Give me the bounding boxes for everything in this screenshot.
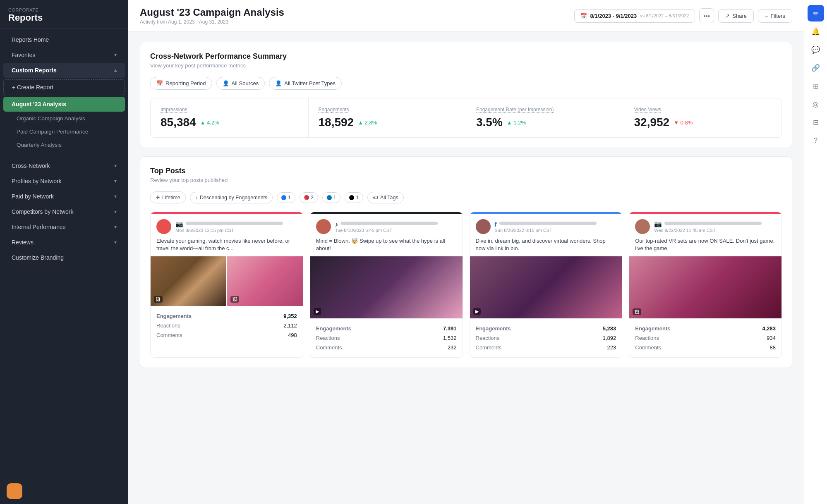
sidebar-item-cross-network[interactable]: Cross-Network ▾: [3, 158, 125, 173]
post-stat-row: Comments 88: [635, 343, 776, 352]
sidebar-item-quarterly[interactable]: Quarterly Analysis: [3, 139, 125, 151]
post-header: 📷 Mon 8/6/2023 12:15 pm CST: [151, 214, 303, 237]
target-button[interactable]: ◎: [808, 96, 824, 112]
sidebar-item-favorites[interactable]: Favorites ▾: [3, 48, 125, 62]
comments-label: Comments: [316, 344, 342, 351]
sidebar-item-reviews[interactable]: Reviews ▾: [3, 235, 125, 250]
comments-label: Comments: [635, 344, 661, 351]
engagements-metric: Engagements 18,592 ▲ 2.8%: [309, 98, 466, 137]
performance-summary-title: Cross-Network Performance Summary: [150, 52, 782, 61]
sidebar: Corporate Reports Reports Home Favorites…: [0, 0, 128, 504]
post-card: 📷 Wed 8/22/2022 11:45 am CST Our top-rat…: [629, 212, 782, 358]
content-scroll[interactable]: Cross-Network Performance Summary View y…: [128, 32, 804, 504]
date-range-button[interactable]: 📅 8/1/2023 - 9/1/2023 vs 8/1/2022 – 8/31…: [574, 9, 695, 23]
engagement-rate-metric: Engagement Rate (per Impression) 3.5% ▲ …: [466, 98, 624, 137]
instagram-icon: 📷: [175, 220, 183, 228]
video-views-label: Video Views: [634, 107, 772, 112]
engagements-label: Engagements: [476, 325, 511, 332]
post-image: ▶: [470, 256, 622, 318]
filter-label: All Sources: [232, 80, 259, 86]
avatar: [635, 219, 650, 234]
post-image: 🖼: [151, 256, 226, 306]
sidebar-item-internal-performance[interactable]: Internal Performance ▾: [3, 220, 125, 234]
reactions-label: Reactions: [316, 335, 340, 341]
sidebar-item-reports-home[interactable]: Reports Home: [3, 32, 125, 47]
image-icon: 🖼: [633, 308, 641, 315]
header-title-group: August '23 Campaign Analysis Activity fr…: [140, 7, 284, 25]
sidebar-item-label: Organic Campaign Analysis: [17, 115, 85, 122]
all-tags-filter[interactable]: 🏷 All Tags: [367, 192, 404, 203]
sidebar-item-profiles-by-network[interactable]: Profiles by Network ▾: [3, 174, 125, 189]
sidebar-item-custom-reports[interactable]: Custom Reports ▴: [3, 63, 125, 78]
tiktok-network-filter[interactable]: 1: [345, 192, 363, 203]
sidebar-item-paid-by-network[interactable]: Paid by Network ▾: [3, 189, 125, 204]
share-button[interactable]: ↗ Share: [718, 9, 754, 23]
more-options-button[interactable]: •••: [699, 8, 714, 23]
user-avatar[interactable]: [7, 483, 22, 499]
sidebar-item-organic-campaign[interactable]: Organic Campaign Analysis: [3, 112, 125, 125]
twitter-post-types-filter[interactable]: 👤 All Twitter Post Types: [269, 77, 342, 90]
tiktok-dot: [349, 195, 354, 200]
impressions-metric: Impressions 85,384 ▲ 4.2%: [151, 98, 308, 137]
engagements-value: 9,352: [283, 313, 297, 319]
calendar-icon: 📅: [156, 80, 163, 86]
help-button[interactable]: ?: [808, 132, 824, 149]
linkedin-network-filter[interactable]: 1: [322, 192, 341, 203]
sort-filter[interactable]: ↓ Descending by Engagements: [190, 192, 273, 203]
post-meta: 📷 Wed 8/22/2022 11:45 am CST: [654, 220, 776, 233]
instagram-icon: 📷: [654, 220, 662, 228]
post-card: ♪ Tue 8/18/2023 6:45 pm CST Mind = Blown…: [310, 212, 463, 358]
sidebar-item-label: Paid Campaign Performance: [17, 129, 88, 135]
network-count: 1: [356, 195, 359, 201]
add-button[interactable]: ⊞: [808, 78, 824, 94]
edit-button[interactable]: ✏: [808, 5, 824, 21]
reporting-period-filter[interactable]: 📅 Reporting Period: [150, 77, 212, 90]
instagram-dot: [304, 195, 309, 200]
sidebar-item-competitors-by-network[interactable]: Competitors by Network ▾: [3, 204, 125, 219]
lifetime-filter[interactable]: ✈ Lifetime: [150, 191, 186, 203]
post-header: f Sun 8/26/2022 8:15 pm CST: [470, 214, 622, 237]
create-report-button[interactable]: + Create Report: [3, 79, 125, 95]
more-icon: •••: [703, 12, 710, 19]
top-posts-title: Top Posts: [150, 167, 782, 175]
sidebar-item-label: Internal Performance: [12, 224, 66, 230]
grid-button[interactable]: ⊟: [808, 114, 824, 131]
all-sources-filter[interactable]: 👤 All Sources: [216, 77, 265, 90]
sidebar-item-customize-branding[interactable]: Customize Branding: [3, 250, 125, 265]
post-images: 🖼: [629, 256, 781, 318]
engagements-value: 18,592 ▲ 2.8%: [319, 116, 456, 129]
filters-icon: ≡: [765, 13, 768, 19]
brand-category: Corporate: [8, 7, 120, 12]
post-name-bar: [499, 222, 597, 225]
post-images: 🖼 🖼: [151, 256, 303, 306]
facebook-icon: f: [495, 221, 497, 228]
post-name-bar: [664, 222, 762, 225]
filter-label: Descending by Engagements: [200, 195, 267, 201]
post-date: Wed 8/22/2022 11:45 am CST: [654, 228, 776, 233]
filter-label: Lifetime: [162, 195, 180, 201]
avatar: [316, 219, 331, 234]
facebook-network-filter[interactable]: 1: [277, 192, 295, 203]
engagement-rate-change: ▲ 1.2%: [507, 119, 526, 126]
post-stat-row: Reactions 1,532: [316, 333, 457, 343]
impressions-label: Impressions: [161, 107, 298, 112]
post-body: Dive in, dream big, and discover virtual…: [470, 237, 622, 256]
sidebar-item-paid-campaign[interactable]: Paid Campaign Performance: [3, 125, 125, 138]
sidebar-item-august-analysis[interactable]: August '23 Analysis: [3, 97, 125, 112]
engagements-label: Engagements: [319, 107, 456, 112]
instagram-network-filter[interactable]: 2: [300, 192, 318, 203]
post-images: ▶: [470, 256, 622, 318]
post-card: f Sun 8/26/2022 8:15 pm CST Dive in, dre…: [470, 212, 623, 358]
sidebar-item-label: Reviews: [12, 239, 34, 246]
bell-button[interactable]: 🔔: [808, 23, 824, 40]
post-header: 📷 Wed 8/22/2022 11:45 am CST: [629, 214, 781, 237]
engagements-label: Engagements: [316, 325, 351, 332]
post-stats: Engagements 4,283 Reactions 934 Comments…: [629, 318, 781, 357]
link-button[interactable]: 🔗: [808, 60, 824, 76]
post-card: 📷 Mon 8/6/2023 12:15 pm CST Elevate your…: [150, 212, 303, 358]
filters-button[interactable]: ≡ Filters: [758, 9, 792, 23]
post-image: ▶: [310, 256, 463, 318]
tiktok-icon: ♪: [335, 221, 338, 228]
chevron-down-icon: ▾: [114, 178, 117, 184]
chat-button[interactable]: 💬: [808, 41, 824, 58]
